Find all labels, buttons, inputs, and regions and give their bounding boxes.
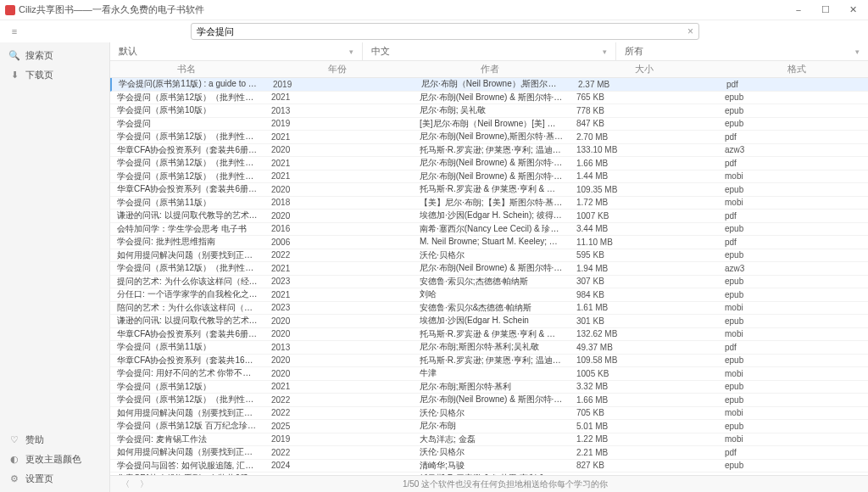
- prev-page-button[interactable]: 〈: [119, 478, 132, 490]
- table-row[interactable]: 学会提问（原书第12版 百万纪念珍藏版）#思考力丛书#2025尼尔·布朗5.01…: [110, 420, 868, 433]
- cell-year: 2006: [264, 238, 413, 247]
- table-row[interactable]: 如何用提问解决问题（别要找到正确的问题, 还要学会正确地提问）...2022沃伦…: [110, 407, 868, 421]
- search-input[interactable]: [197, 26, 643, 36]
- cell-size: 1.66 MB: [570, 159, 718, 168]
- next-page-button[interactable]: 〉: [137, 478, 151, 490]
- table-row[interactable]: 会特加问学：学生学会思考 电子书2016南希·塞西尔(Nancy Lee Cec…: [110, 223, 868, 237]
- col-size[interactable]: 大小: [568, 61, 721, 77]
- col-author[interactable]: 作者: [411, 61, 568, 77]
- cell-fmt: mobi: [718, 369, 868, 378]
- cell-fmt: pdf: [718, 159, 868, 168]
- cell-size: 827 KB: [570, 461, 718, 470]
- table-row[interactable]: 学会提问: 批判性思维指南2006M. Neil Browne; Stuart …: [110, 236, 868, 249]
- cell-year: 2021: [264, 382, 413, 391]
- cell-name: 学会提问（原书第12版）（批判性思维入门经典, 真正授人以渔的智...: [110, 92, 264, 103]
- col-year[interactable]: 年份: [263, 61, 411, 77]
- table-row[interactable]: 谦逊的问讯: 以提问取代教导的艺术（应对员工个性化时代的管理高...2020埃德…: [110, 315, 868, 328]
- table-row[interactable]: 华章CFA协会投资系列（套装共6册）一个拥有资深投资专家和院先货...2020托…: [110, 144, 868, 158]
- table-row[interactable]: 学会提问(原书第11版) : a guide to critical think…: [110, 78, 868, 92]
- table-row[interactable]: 谦逊的问讯: 以提问取代教导的艺术（应对员工个性化时代的管理高...2020埃德…: [110, 210, 868, 223]
- search-box[interactable]: ×: [191, 23, 699, 40]
- table-row[interactable]: 提问的艺术: 为什么你该这样问（经典版）（国内唯领导提问10年...2023安德…: [110, 276, 868, 289]
- cell-name: 学会提问（原书第11版）: [110, 197, 264, 209]
- table-row[interactable]: 华章CFA协会投资系列（套装共6册）一个拥有资深投资专家和院先货...2020托…: [110, 183, 868, 197]
- cell-year: 2013: [264, 106, 413, 115]
- cell-fmt: pdf: [718, 132, 868, 142]
- cell-fmt: azw3: [718, 145, 868, 154]
- cell-fmt: epub: [718, 250, 868, 260]
- table-row[interactable]: 学会提问（原书第11版）2018【美】尼尔·布朗;【美】斯图尔特·基利; 吴礼敬…: [110, 197, 868, 210]
- cell-year: 2020: [264, 185, 413, 194]
- cell-size: 595 KB: [570, 250, 718, 260]
- sidebar-icon: ◐: [8, 454, 20, 465]
- cell-name: 分任口: 一个语学家学的自我检化之路(为什么提问?为什么是异攻...: [110, 288, 264, 300]
- table-row[interactable]: 陪问的艺术：为什么你该这样问（经典版）（国内唯领10年...2023安德鲁·索贝…: [110, 302, 868, 316]
- cell-name: 学会提问（原书第12版）（批判性思维入门经典, 真正授人以渔的智...: [110, 131, 264, 143]
- cell-name: 学会提问(原书第11版) : a guide to critical think…: [112, 78, 266, 90]
- cell-fmt: mobi: [718, 408, 868, 417]
- cell-author: 托马斯·R.罗宾逊 & 伊莱恩·亨利 & 温迪·L. 皮里 & 迈克尔·A.布罗…: [413, 328, 570, 340]
- cell-year: 2020: [264, 329, 413, 338]
- sidebar-label: 赞助: [25, 433, 44, 446]
- cell-fmt: pdf: [718, 343, 868, 352]
- filter-label: 所有: [625, 45, 643, 58]
- sidebar-bottom-2[interactable]: ⚙设置页: [0, 469, 109, 489]
- table-row[interactable]: 如何用提问解决问题（别要找到正确的问题, 还要学会正确地提问）...2022沃伦…: [110, 446, 868, 460]
- table-row[interactable]: 学会提问（原书第12版）（批判性思维入门经典, 真正授人以渔的智...2021尼…: [110, 131, 868, 144]
- cell-fmt: mobi: [718, 171, 868, 181]
- table-row[interactable]: 如何用提问解决问题（别要找到正确的问题, 还要学会正确地提问）...2022沃伦…: [110, 249, 868, 263]
- cell-name: 华章CFA协会投资系列（套装共6册）一个拥有资深投资专家和院先货...: [110, 144, 264, 156]
- cell-year: 2020: [264, 355, 413, 365]
- cell-name: 华章CFA协会投资系列（套装共6册）一个拥有资深投资专家和院先货...: [110, 183, 264, 195]
- table-row[interactable]: 学会提问: 用好不问的艺术 你带不知如何提问 优质问题都有组力...2020牛津…: [110, 367, 868, 381]
- cell-year: 2022: [264, 408, 413, 417]
- filter-0[interactable]: 默认▾: [110, 42, 363, 60]
- cell-author: 尼尔·布朗;斯图尔特·基利: [413, 381, 570, 393]
- filter-2[interactable]: 所有▾: [616, 42, 868, 60]
- cell-name: 如何用提问解决问题（别要找到正确的问题, 还要学会正确地提问）...: [110, 446, 264, 458]
- cell-size: 847 KB: [570, 119, 718, 128]
- table-row[interactable]: 学会提问（原书第12版）（批判性思维入门经典, 真正授人以渔的智...2021尼…: [110, 157, 868, 171]
- sidebar-item-0[interactable]: 🔍搜索页: [0, 46, 109, 65]
- cell-fmt: epub: [718, 382, 868, 391]
- cell-year: 2021: [264, 159, 413, 168]
- table-row[interactable]: 学会提问（原书第12版）（批判性思维入门经典, 真正授人以渔的智...2022尼…: [110, 394, 868, 407]
- cell-fmt: pdf: [720, 80, 868, 89]
- menu-icon[interactable]: ≡: [7, 24, 22, 39]
- cell-size: 5.01 MB: [570, 422, 718, 431]
- table-row[interactable]: 学会提问（原书第12版）（批判性思维入门经典, 真正授人以渔的智...2021尼…: [110, 262, 868, 276]
- cell-fmt: epub: [718, 316, 868, 326]
- sidebar-item-1[interactable]: ⬇下载页: [0, 65, 109, 85]
- table-row[interactable]: 学会提问（原书第10版）2013尼尔·布朗; 吴礼敬778 KBepub: [110, 104, 868, 118]
- cell-size: 705 KB: [570, 408, 718, 417]
- col-fmt[interactable]: 格式: [721, 61, 868, 77]
- cell-author: 清崎华;马骏: [413, 460, 570, 472]
- page-indicator: 1/50: [403, 479, 419, 489]
- filter-1[interactable]: 中文▾: [363, 42, 615, 60]
- table-row[interactable]: 华章CFA协会投资系列（套装共16册）一个拥有资深投资专家和院先货...2020…: [110, 355, 868, 368]
- table-row[interactable]: 学会提问与回答: 如何说服追随, 汇报有说服, 专业灵活2024清崎华;马骏82…: [110, 460, 868, 473]
- cell-name: 陪问的艺术：为什么你该这样问（经典版）（国内唯领10年...: [110, 302, 264, 314]
- clear-search-icon[interactable]: ×: [687, 25, 693, 37]
- maximize-button[interactable]: ☐: [815, 2, 836, 19]
- table-row[interactable]: 华章CFA协会投资系列（套装共6册）一个拥有资深投资专家和院先货...2020托…: [110, 328, 868, 342]
- sidebar: 🔍搜索页⬇下载页 ♡赞助◐更改主题颜色⚙设置页: [0, 42, 110, 492]
- sidebar-icon: ⬇: [8, 70, 20, 81]
- table-row[interactable]: 学会提问（原书第11版）2013尼尔·布朗;斯图尔特·基利;吴礼敬49.37 M…: [110, 341, 868, 355]
- col-name[interactable]: 书名: [110, 61, 263, 77]
- cell-author: 沃伦·贝格尔: [413, 249, 570, 261]
- table-row[interactable]: 学会提问（原书第12版）（批判性思维入门经典, 真正授人以渔的智...2021尼…: [110, 171, 868, 184]
- table-row[interactable]: 学会提问（原书第12版）2021尼尔·布朗;斯图尔特·基利3.32 MBepub: [110, 381, 868, 394]
- cell-name: 华章CFA协会投资系列（套装共6册）一个拥有资深投资专家和院先货...: [110, 328, 264, 340]
- table-row[interactable]: 学会提问（原书第12版）（批判性思维入门经典, 真正授人以渔的智...2021尼…: [110, 92, 868, 105]
- table-row[interactable]: 学会提问2019[美]尼尔·布朗（Neil Browne）[美] 斯图尔特·基利…: [110, 118, 868, 131]
- minimize-button[interactable]: −: [788, 2, 809, 19]
- sidebar-bottom-0[interactable]: ♡赞助: [0, 430, 109, 450]
- close-button[interactable]: ✕: [843, 2, 863, 19]
- table-row[interactable]: 分任口: 一个语学家学的自我检化之路(为什么提问?为什么是异攻...2021刘哈…: [110, 288, 868, 302]
- cell-size: 3.44 MB: [570, 224, 718, 233]
- sidebar-bottom-1[interactable]: ◐更改主题颜色: [0, 450, 109, 469]
- table-row[interactable]: 学会提问: 麦肯锡工作法2019大岛洋志; 金磊1.22 MBmobi: [110, 433, 868, 447]
- cell-size: 307 KB: [570, 277, 718, 286]
- cell-size: 984 KB: [570, 290, 718, 299]
